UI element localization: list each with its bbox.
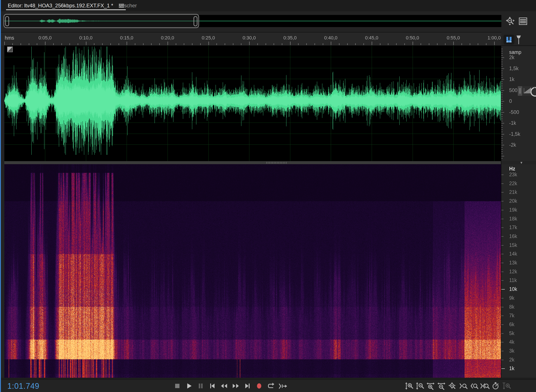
editor-tab-label: Editor: ltv48_HOA3_256kbps.192.EXT.FX_1 … [8,3,113,9]
amplitude-label: -2k [509,142,516,148]
stop-button[interactable] [172,381,183,391]
volume-hud[interactable] [518,86,536,96]
frequency-label: 20k [509,198,517,204]
panel-list-icon [519,18,527,25]
zoom-to-time-button[interactable] [502,381,511,391]
transport-bar: 1:01.749 [0,379,536,392]
timeline-label: 0:05,0 [38,35,51,41]
zoom-out-full-button[interactable] [448,381,457,391]
frequency-label: 3k [509,348,514,354]
timeline-label: 0:35,0 [283,35,296,41]
fast-forward-button[interactable] [230,381,241,391]
play-button[interactable] [184,381,194,391]
timeline-label: 1:00,0 [488,35,501,41]
magnet-icon [505,36,513,43]
timeline-label: 0:45,0 [365,35,378,41]
zoom-to-selection-button[interactable] [480,381,490,391]
skip-to-end-icon [244,382,251,390]
zoom-to-out-point-button[interactable] [469,381,479,391]
zoom-to-in-point-button[interactable] [458,381,468,391]
zoom-navigate-button[interactable] [505,16,515,26]
record-button[interactable] [254,381,264,391]
frequency-label: 7k [509,313,514,319]
scale-divider [501,46,501,378]
timeline-label: 0:20,0 [161,35,174,41]
frequency-scale[interactable]: Hz 23k22k21k20k19k18k17k16k15k14k13k12k1… [501,164,536,378]
zoom-in-horizontal-button[interactable] [426,381,435,391]
waveform-canvas[interactable] [4,46,501,161]
amplitude-label: 0 [509,98,512,104]
stop-icon [174,382,181,390]
play-icon [185,382,193,390]
frequency-label: 22k [509,180,517,186]
amplitude-label: 2k [509,55,514,61]
spectrogram-canvas[interactable] [4,164,501,378]
zoom-in-vertical-button[interactable] [404,381,414,391]
zoom-out-full-icon [448,382,457,390]
amplitude-label: 500 [509,87,518,93]
zoom-out-horizontal-icon [438,382,446,390]
frequency-label: 16k [509,233,517,239]
timeline-label: 0:25,0 [202,35,215,41]
skip-selection-icon [278,382,287,390]
overview-range-selector[interactable] [4,14,199,28]
overview-navigator[interactable] [4,15,501,27]
audition-editor-window: Editor: ltv48_HOA3_256kbps.192.EXT.FX_1 … [0,0,536,392]
amplitude-label: -500 [509,109,519,115]
snap-magnet-toggle[interactable] [504,35,514,45]
frequency-label: 23k [509,172,517,177]
frequency-label: 17k [509,224,517,230]
overview-left-handle[interactable] [5,16,9,26]
marker-icon [516,35,521,45]
loop-playback-icon [267,382,275,390]
amplitude-scale[interactable]: samp 2k1,5k1k5000-500-1k-1,5k-2k [501,46,536,161]
tab-editor[interactable]: Editor: ltv48_HOA3_256kbps.192.EXT.FX_1 … [8,0,124,11]
zoom-out-vertical-button[interactable] [415,381,425,391]
spectral-display[interactable] [4,164,501,378]
panel-focus-border [0,0,1,392]
pause-icon [197,382,204,390]
waveform-display[interactable] [4,46,501,161]
timeline-unit-label: hms [5,35,14,41]
channel-selector-icon[interactable] [7,47,13,52]
marker-button[interactable] [516,35,522,45]
skip-to-end-button[interactable] [242,381,253,391]
zoom-to-out-point-icon [470,382,478,390]
zoom-navigate-icon [505,16,515,26]
timer-button[interactable] [491,381,500,391]
frequency-label: 11k [509,277,517,283]
time-display[interactable]: 1:01.749 [7,382,39,391]
frequency-unit-label: Hz [509,166,515,172]
frequency-label: 2k [509,357,514,363]
frequency-label: 10k [509,286,517,292]
zoom-in-vertical-icon [405,382,413,390]
panel-list-button[interactable] [519,17,527,25]
tab-mixer[interactable]: Mischer [119,0,137,11]
fast-forward-icon [232,382,240,390]
skip-to-start-icon [209,382,216,390]
frequency-label: 21k [509,189,517,195]
panel-splitter[interactable] [4,161,501,164]
zoom-in-horizontal-icon [427,382,435,390]
amplitude-ticks-canvas [501,46,536,161]
splitter-grip[interactable] [266,162,286,163]
timer-icon [492,382,500,390]
amplitude-label: 1k [509,76,514,82]
frequency-label: 6k [509,321,514,327]
frequency-label: 18k [509,216,517,222]
mixer-tab-label: Mischer [119,3,137,9]
skip-selection-button[interactable] [277,381,288,391]
loop-playback-button[interactable] [265,381,276,391]
frequency-label: 12k [509,269,517,274]
skip-to-start-button[interactable] [207,381,218,391]
zoom-to-in-point-icon [459,382,467,390]
rewind-button[interactable] [219,381,230,391]
overview-right-handle[interactable] [194,16,197,26]
zoom-out-horizontal-button[interactable] [437,381,446,391]
hud-drag-handle[interactable] [518,86,522,96]
timeline-ruler[interactable]: hms 0:05,00:10,00:15,00:20,00:25,00:30,0… [1,32,501,46]
timeline-label: 0:55,0 [447,35,460,41]
pause-button[interactable] [195,381,206,391]
frequency-label: 8k [509,304,514,310]
zoom-to-selection-icon [480,382,490,390]
